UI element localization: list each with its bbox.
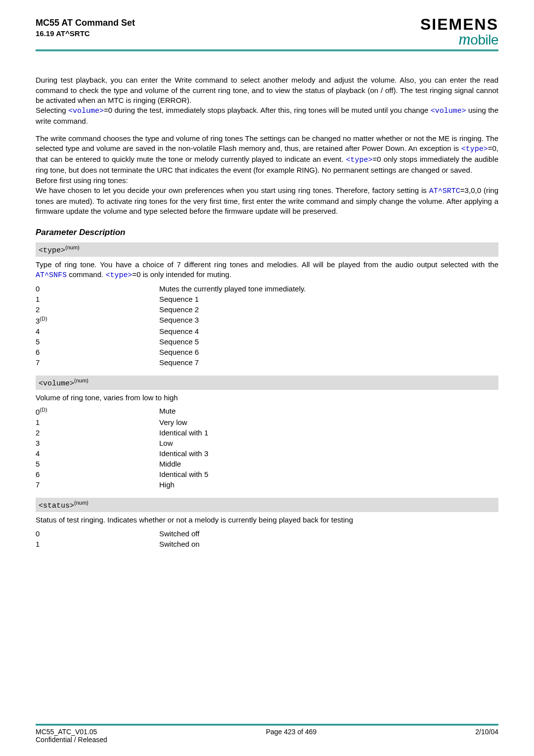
kv-row: 7Sequence 7 bbox=[36, 358, 498, 367]
param-volume-bar: <volume>(num) bbox=[36, 376, 498, 390]
brand-logo: SIEMENS mobile bbox=[420, 17, 498, 47]
kv-row: 4Sequence 4 bbox=[36, 327, 498, 335]
kv-row: 6Sequence 6 bbox=[36, 348, 498, 356]
volume-value-list: 0(D)Mute1Very low2Identical with 13Low4I… bbox=[36, 407, 498, 489]
param-type-desc: Type of ring tone. You have a choice of … bbox=[36, 260, 498, 281]
kv-val: Switched off bbox=[159, 529, 498, 538]
page-footer: MC55_ATC_V01.05 Confidential / Released … bbox=[36, 709, 498, 744]
kv-val: Sequence 2 bbox=[159, 305, 498, 314]
kv-row: 4Identical with 3 bbox=[36, 449, 498, 458]
kv-val: Very low bbox=[159, 418, 498, 426]
header-divider bbox=[36, 49, 498, 51]
kv-key: 3(D) bbox=[36, 316, 159, 325]
kv-row: 1Very low bbox=[36, 418, 498, 426]
param-type-bar: <type>(num) bbox=[36, 242, 498, 257]
footer-center: Page 423 of 469 bbox=[266, 728, 317, 744]
volume-link[interactable]: <volume> bbox=[68, 107, 104, 115]
kv-key: 2 bbox=[36, 428, 159, 437]
srtc-link[interactable]: AT^SRTC bbox=[429, 187, 460, 195]
kv-key: 5 bbox=[36, 337, 159, 346]
header-left: MC55 AT Command Set 16.19 AT^SRTC bbox=[36, 17, 135, 39]
footer-left: MC55_ATC_V01.05 Confidential / Released bbox=[36, 728, 107, 744]
type-value-list: 0Mutes the currently played tone immedia… bbox=[36, 284, 498, 367]
kv-key: 3 bbox=[36, 439, 159, 447]
kv-val: Sequence 3 bbox=[159, 316, 498, 325]
kv-key: 5 bbox=[36, 460, 159, 468]
kv-row: 5Middle bbox=[36, 460, 498, 468]
kv-row: 3(D)Sequence 3 bbox=[36, 316, 498, 325]
kv-row: 1Sequence 1 bbox=[36, 295, 498, 303]
paragraph-2: The write command chooses the type and v… bbox=[36, 134, 498, 217]
param-volume-desc: Volume of ring tone, varies from low to … bbox=[36, 393, 498, 403]
kv-val: Low bbox=[159, 439, 498, 447]
type-link-2[interactable]: <type> bbox=[346, 156, 373, 164]
param-desc-heading: Parameter Description bbox=[36, 228, 498, 237]
status-value-list: 0Switched off1Switched on bbox=[36, 529, 498, 548]
kv-val: Identical with 3 bbox=[159, 449, 498, 458]
snfs-link[interactable]: AT^SNFS bbox=[36, 271, 67, 280]
kv-row: 7High bbox=[36, 480, 498, 489]
kv-val: Mutes the currently played tone immediat… bbox=[159, 284, 498, 293]
page-header: MC55 AT Command Set 16.19 AT^SRTC SIEMEN… bbox=[36, 17, 498, 47]
type-link-3[interactable]: <type> bbox=[105, 271, 132, 280]
footer-divider bbox=[36, 724, 498, 726]
kv-row: 2Identical with 1 bbox=[36, 428, 498, 437]
kv-row: 5Sequence 5 bbox=[36, 337, 498, 346]
kv-val: Sequence 1 bbox=[159, 295, 498, 303]
kv-val: Identical with 1 bbox=[159, 428, 498, 437]
kv-val: Sequence 5 bbox=[159, 337, 498, 346]
kv-key: 6 bbox=[36, 348, 159, 356]
kv-val: Mute bbox=[159, 407, 498, 416]
kv-row: 0(D)Mute bbox=[36, 407, 498, 416]
kv-val: Switched on bbox=[159, 540, 498, 548]
kv-key: 2 bbox=[36, 305, 159, 314]
kv-key: 4 bbox=[36, 327, 159, 335]
kv-key: 1 bbox=[36, 295, 159, 303]
kv-key: 0 bbox=[36, 529, 159, 538]
param-status-bar: <status>(num) bbox=[36, 498, 498, 512]
kv-row: 0Switched off bbox=[36, 529, 498, 538]
kv-val: Sequence 7 bbox=[159, 358, 498, 367]
doc-title: MC55 AT Command Set bbox=[36, 17, 135, 29]
kv-row: 3Low bbox=[36, 439, 498, 447]
kv-key: 4 bbox=[36, 449, 159, 458]
kv-val: Middle bbox=[159, 460, 498, 468]
type-link[interactable]: <type> bbox=[461, 145, 488, 153]
kv-row: 2Sequence 2 bbox=[36, 305, 498, 314]
kv-key: 0 bbox=[36, 284, 159, 293]
brand-mobile-text: mobile bbox=[420, 32, 498, 47]
kv-key: 7 bbox=[36, 358, 159, 367]
footer-right: 2/10/04 bbox=[475, 728, 498, 744]
kv-key: 1 bbox=[36, 540, 159, 548]
kv-row: 6Identical with 5 bbox=[36, 470, 498, 478]
param-status-desc: Status of test ringing. Indicates whethe… bbox=[36, 515, 498, 525]
kv-val: Sequence 6 bbox=[159, 348, 498, 356]
kv-row: 1Switched on bbox=[36, 540, 498, 548]
paragraph-1: During test playback, you can enter the … bbox=[36, 75, 498, 126]
kv-val: Sequence 4 bbox=[159, 327, 498, 335]
kv-row: 0Mutes the currently played tone immedia… bbox=[36, 284, 498, 293]
volume-link-2[interactable]: <volume> bbox=[431, 107, 466, 115]
kv-key: 0(D) bbox=[36, 407, 159, 416]
kv-val: Identical with 5 bbox=[159, 470, 498, 478]
kv-key: 1 bbox=[36, 418, 159, 426]
doc-subtitle: 16.19 AT^SRTC bbox=[36, 29, 135, 39]
kv-key: 7 bbox=[36, 480, 159, 489]
kv-key: 6 bbox=[36, 470, 159, 478]
kv-val: High bbox=[159, 480, 498, 489]
